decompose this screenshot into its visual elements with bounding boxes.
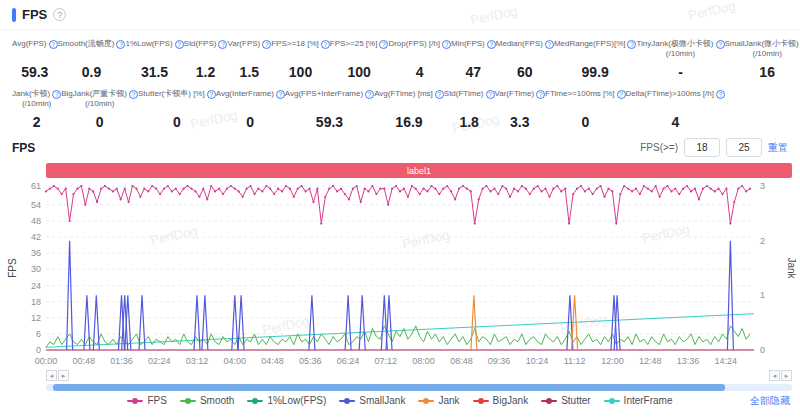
fps-chart[interactable]: 06121824303642485461012300:0000:4801:360…: [4, 180, 800, 370]
metric-label: MedRange(FPS)[%]: [554, 39, 626, 49]
help-icon[interactable]: ?: [536, 90, 545, 99]
legend-marker: [339, 400, 355, 402]
help-icon[interactable]: ?: [52, 90, 61, 99]
legend-marker: [418, 400, 434, 402]
metric-cell: BigJank(严重卡顿)?(/10min)0: [61, 89, 138, 130]
metric-cell: Std(FTime)?1.8: [444, 89, 495, 130]
legend-label: Jank: [438, 395, 459, 406]
svg-text:54: 54: [31, 200, 41, 210]
metric-value: 0: [96, 114, 104, 130]
scroll-left-icon[interactable]: ◂: [769, 370, 780, 381]
metric-label: TinyJank(极微小卡顿): [636, 39, 713, 49]
help-icon[interactable]: ?: [716, 40, 725, 49]
hide-all-link[interactable]: 全部隐藏: [750, 394, 790, 408]
svg-text:09:36: 09:36: [488, 356, 511, 366]
legend-label: 1%Low(FPS): [267, 395, 326, 406]
metric-label: Std(FPS): [184, 39, 217, 49]
help-icon[interactable]: ?: [365, 90, 374, 99]
metric-cell: Delta(FTime)>100ms [/h]?4: [626, 89, 725, 130]
chart-label-banner[interactable]: label1: [46, 163, 792, 178]
help-icon[interactable]: ?: [116, 40, 125, 49]
metric-label: Min(FPS): [451, 39, 485, 49]
legend-item-1-low-fps[interactable]: 1%Low(FPS): [247, 395, 326, 406]
legend-label: Smooth: [200, 395, 234, 406]
metric-cell: Avg(InterFrame)?0: [216, 89, 285, 130]
svg-text:07:12: 07:12: [375, 356, 398, 366]
metric-value: 100: [347, 64, 370, 80]
help-icon[interactable]: ?: [627, 40, 636, 49]
svg-text:01:36: 01:36: [110, 356, 133, 366]
help-icon[interactable]: ?: [49, 40, 58, 49]
help-icon[interactable]: ?: [617, 90, 626, 99]
reset-link[interactable]: 重置: [768, 141, 788, 155]
metric-label-unit: (/10min): [636, 49, 724, 59]
chart-scrollbar[interactable]: [46, 384, 792, 391]
legend-item-jank[interactable]: Jank: [418, 395, 459, 406]
metric-value: 1.8: [459, 114, 478, 130]
legend-marker: [180, 400, 196, 402]
page-title: FPS: [22, 7, 47, 22]
svg-text:11:12: 11:12: [564, 356, 586, 366]
metric-label: Drop(FPS) [/h]: [388, 39, 440, 49]
scroll-right-icon[interactable]: ▸: [58, 370, 69, 381]
fps-threshold-input-2[interactable]: [726, 138, 762, 157]
fps-threshold-label: FPS(>=): [640, 142, 678, 153]
metric-cell: FTime>=100ms [%]?0: [545, 89, 626, 130]
metric-label: 1%Low(FPS): [125, 39, 172, 49]
help-icon[interactable]: ?: [321, 40, 330, 49]
fps-threshold-input-1[interactable]: [684, 138, 720, 157]
metric-cell: Avg(FTime) [ms]?16.9: [374, 89, 444, 130]
metric-value: 4: [416, 64, 424, 80]
metric-value: 2: [33, 114, 41, 130]
metric-value: 3.3: [510, 114, 529, 130]
help-icon[interactable]: ?: [218, 40, 227, 49]
chart-scrollbar-thumb[interactable]: [53, 384, 724, 391]
metric-label: Smooth(流畅度): [58, 39, 115, 49]
help-icon[interactable]: ?: [53, 8, 66, 21]
svg-text:2: 2: [760, 236, 765, 246]
help-icon[interactable]: ?: [442, 40, 451, 49]
metric-value: 0.9: [82, 64, 101, 80]
metric-label-unit: (/10min): [12, 99, 61, 109]
help-icon[interactable]: ?: [435, 90, 444, 99]
metric-cell: Var(FTime)?3.3: [495, 89, 546, 130]
legend-item-interframe[interactable]: InterFrame: [604, 395, 673, 406]
legend-item-fps[interactable]: FPS: [127, 395, 166, 406]
metric-cell: Avg(FPS+InterFrame)?59.3: [285, 89, 374, 130]
svg-text:Jank: Jank: [786, 257, 796, 279]
metric-cell: TinyJank(极微小卡顿)?(/10min)-: [636, 39, 724, 80]
help-icon[interactable]: ?: [129, 90, 138, 99]
legend-item-smalljank[interactable]: SmallJank: [339, 395, 405, 406]
chart-mini-scroll: ◂ ▸ ◂ ▸: [46, 370, 792, 382]
metric-value: 0: [173, 114, 181, 130]
legend-item-stutter[interactable]: Stutter: [541, 395, 590, 406]
metric-label: SmallJank(微小卡顿): [725, 39, 799, 49]
help-icon[interactable]: ?: [487, 40, 496, 49]
svg-text:12: 12: [31, 313, 41, 323]
legend-item-bigjank[interactable]: BigJank: [473, 395, 529, 406]
help-icon[interactable]: ?: [716, 90, 725, 99]
help-icon[interactable]: ?: [175, 40, 184, 49]
metric-label: Avg(FPS+InterFrame): [285, 89, 363, 99]
metric-label: Median(FPS): [496, 39, 543, 49]
svg-text:00:00: 00:00: [35, 356, 58, 366]
metric-value: 31.5: [141, 64, 168, 80]
help-icon[interactable]: ?: [486, 90, 495, 99]
scroll-right-icon[interactable]: ▸: [781, 370, 792, 381]
legend-label: Stutter: [561, 395, 590, 406]
metric-label: FTime>=100ms [%]: [545, 89, 615, 99]
svg-text:30: 30: [31, 264, 41, 274]
help-icon[interactable]: ?: [379, 40, 388, 49]
legend-item-smooth[interactable]: Smooth: [180, 395, 234, 406]
legend-label: SmallJank: [359, 395, 405, 406]
legend-marker: [127, 400, 143, 402]
help-icon[interactable]: ?: [207, 90, 216, 99]
help-icon[interactable]: ?: [276, 90, 285, 99]
section-title-fps: FPS: [12, 141, 35, 155]
legend-label: BigJank: [493, 395, 529, 406]
svg-text:02:24: 02:24: [148, 356, 171, 366]
help-icon[interactable]: ?: [545, 40, 554, 49]
help-icon[interactable]: ?: [262, 40, 271, 49]
svg-text:10:24: 10:24: [526, 356, 549, 366]
scroll-left-icon[interactable]: ◂: [46, 370, 57, 381]
